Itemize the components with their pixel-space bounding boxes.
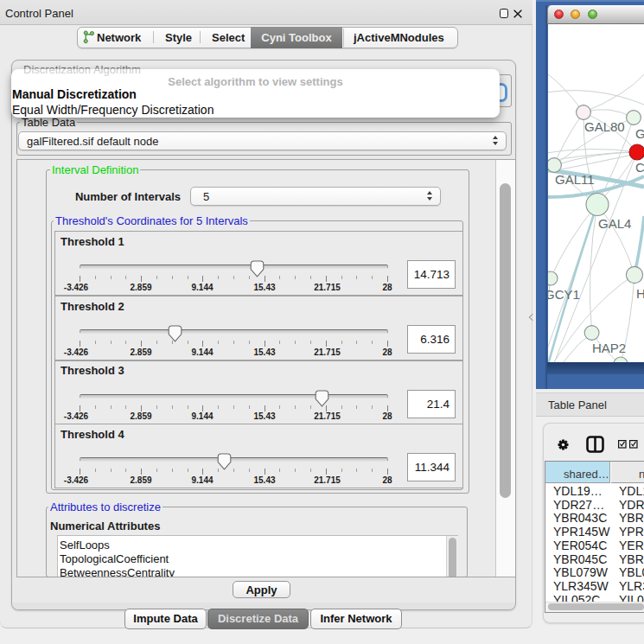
svg-text:HAP2: HAP2 — [592, 341, 626, 355]
svg-text:C: C — [635, 160, 644, 175]
svg-text:GAL11: GAL11 — [555, 172, 595, 187]
svg-text:H: H — [636, 286, 644, 301]
svg-text:GAL80: GAL80 — [584, 119, 625, 134]
svg-text:GA: GA — [635, 126, 644, 141]
svg-text:GCY1: GCY1 — [548, 287, 580, 302]
svg-text:GAL4: GAL4 — [598, 216, 631, 231]
